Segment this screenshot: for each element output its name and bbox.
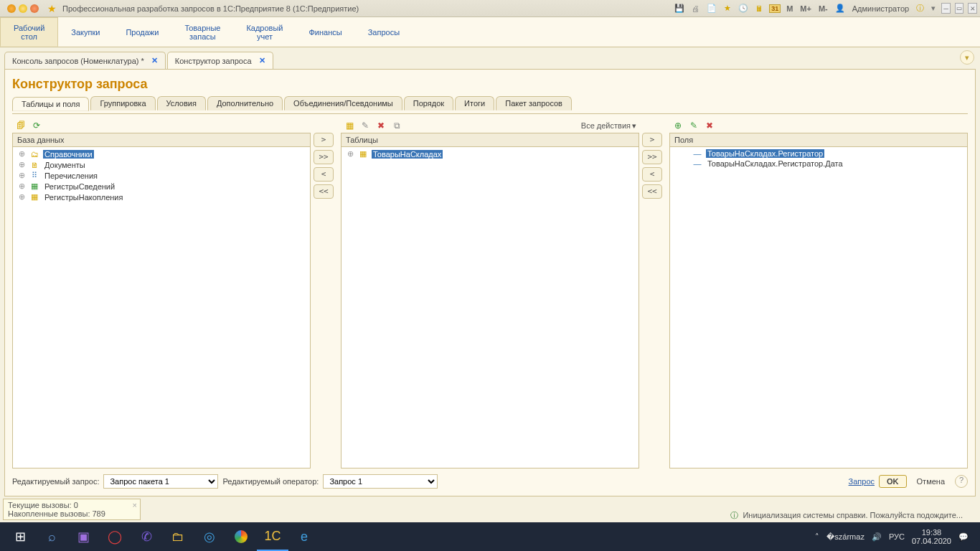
intab-order[interactable]: Порядок [404,96,453,110]
titlebar-icon[interactable]: 🖨 [690,4,701,13]
query-link[interactable]: Запрос [849,477,875,486]
move-all-right-button[interactable]: >> [314,150,334,164]
move-all-right-button[interactable]: >> [642,150,662,164]
panel-body[interactable]: ⊕🗂Справочники ⊕🗎Документы ⊕⠿Перечисления… [12,147,311,468]
intab-tables-fields[interactable]: Таблицы и поля [12,97,89,111]
nav-tab-purchases[interactable]: Закупки [58,17,113,47]
delete-icon[interactable]: ✖ [375,120,387,131]
nav-tab-sales[interactable]: Продажи [113,17,171,47]
ok-button[interactable]: OK [879,475,907,488]
tree-item-enums[interactable]: ⊕⠿Перечисления [13,170,310,181]
close-icon[interactable]: ✕ [259,56,265,65]
tray-sound-icon[interactable]: 🔊 [872,532,882,542]
taskbar-app[interactable]: 🗀 [162,522,194,551]
titlebar-icon[interactable]: 📄 [705,4,718,13]
edit-icon[interactable]: ✎ [359,120,371,131]
taskbar-app[interactable]: e [288,522,320,551]
start-button[interactable]: ⊞ [4,522,36,551]
taskbar-app[interactable]: ✆ [131,522,162,551]
refresh-icon[interactable]: ⟳ [31,120,42,131]
edit-icon[interactable]: ✎ [688,120,699,131]
table-item[interactable]: ⊕▦ТоварыНаСкладах [341,149,639,159]
system-icon-3[interactable] [30,4,39,13]
intab-totals[interactable]: Итоги [455,96,494,110]
nav-tab-finance[interactable]: Финансы [296,17,355,47]
field-item[interactable]: —ТоварыНаСкладах.Регистратор.Дата [670,159,967,169]
tray-time[interactable]: 19:38 [912,528,951,537]
info-icon[interactable]: ⓘ [915,3,925,14]
panel-header: Поля [669,133,968,147]
titlebar-icon[interactable]: ★ [722,4,732,13]
doctab-constructor[interactable]: Конструктор запроса ✕ [167,52,273,69]
calls-popup[interactable]: × Текущие вызовы: 0 Накопленные вызовы: … [3,499,141,520]
m-plus-button[interactable]: M+ [798,4,813,13]
intab-extra[interactable]: Дополнительно [207,96,283,110]
tree-item-documents[interactable]: ⊕🗎Документы [13,159,310,170]
titlebar-icon[interactable]: 🖩 [754,4,765,13]
nav-tab-desktop[interactable]: Рабочий стол [0,17,58,47]
system-icon-1[interactable] [7,4,16,13]
tray-lang[interactable]: РУС [889,532,905,541]
tray-date[interactable]: 07.04.2020 [912,537,951,545]
taskbar[interactable]: ⊞ ⌕ ▣ ◯ ✆ 🗀 ◎ 1C e ˄ �származ 🔊 РУС 19:3… [0,522,980,551]
taskbar-app[interactable]: ▣ [67,522,99,551]
move-left-button[interactable]: < [314,167,334,182]
calendar-icon[interactable]: 31 [769,4,781,13]
field-item[interactable]: —ТоварыНаСкладах.Регистратор [670,149,967,159]
doctab-console[interactable]: Консоль запросов (Номенклатура) * ✕ [4,52,166,69]
all-actions-dropdown[interactable]: Все действия ▾ [581,121,636,131]
select-query[interactable]: Запрос пакета 1 [103,474,218,489]
m-button[interactable]: M [785,4,794,13]
intab-unions[interactable]: Объединения/Псевдонимы [284,96,402,110]
intab-conditions[interactable]: Условия [157,96,206,110]
minimize-button[interactable]: — [941,3,951,14]
taskbar-app[interactable] [225,522,257,551]
info-icon: ⓘ [730,510,738,521]
nav-tab-stock[interactable]: Товарные запасы [171,17,233,47]
help-button[interactable]: ? [955,475,968,488]
tray-chevron-icon[interactable]: ˄ [815,532,819,542]
tree-item-catalogs[interactable]: ⊕🗂Справочники [13,149,310,159]
taskbar-app[interactable]: ◎ [194,522,225,551]
nav-tab-queries[interactable]: Запросы [355,17,413,47]
panel-body[interactable]: ⊕▦ТоварыНаСкладах [341,147,639,468]
cancel-button[interactable]: Отмена [911,476,951,487]
close-icon[interactable]: ✕ [151,56,158,65]
window-title: Профессиональная разработка запросов в 1… [61,4,673,13]
titlebar-icon[interactable]: 🕓 [737,4,750,13]
tray-notifications-icon[interactable]: 💬 [958,532,969,542]
favorite-icon[interactable]: ★ [43,3,61,14]
taskbar-app-1c[interactable]: 1C [257,522,288,551]
system-icon-2[interactable] [19,4,27,13]
intab-batch[interactable]: Пакет запросов [496,96,572,110]
intab-grouping[interactable]: Группировка [90,96,155,110]
maximize-button[interactable]: ▭ [955,3,964,14]
move-all-left-button[interactable]: << [314,184,334,199]
move-left-button[interactable]: < [642,167,662,182]
nav-tab-hr[interactable]: Кадровый учет [233,17,296,47]
delete-icon[interactable]: ✖ [704,120,715,131]
add-icon[interactable]: ⊕ [672,120,684,131]
taskbar-app[interactable]: ⌕ [36,522,67,551]
user-icon: 👤 [834,4,847,13]
close-icon[interactable]: × [133,501,137,509]
select-operator[interactable]: Запрос 1 [323,474,438,489]
move-right-button[interactable]: > [314,133,334,147]
user-name[interactable]: Администратор [851,4,910,13]
replace-icon[interactable]: ⧉ [391,120,402,131]
close-button[interactable]: ✕ [968,3,977,14]
taskbar-app[interactable]: ◯ [99,522,131,551]
tree-item-inforegisters[interactable]: ⊕▦РегистрыСведений [13,181,310,192]
panel-body[interactable]: —ТоварыНаСкладах.Регистратор —ТоварыНаСк… [669,147,968,468]
move-right-button[interactable]: > [642,133,662,147]
add-icon[interactable]: ▦ [344,120,355,131]
toolbar-icon[interactable]: 🗐 [15,120,27,131]
move-all-left-button[interactable]: << [642,184,662,199]
doctabs-dropdown[interactable]: ▾ [960,50,974,65]
tree-item-accumregisters[interactable]: ⊕▦РегистрыНакопления [13,192,310,202]
tray-wifi-icon[interactable]: �származ [826,532,864,542]
inner-tabstrip: Таблицы и поля Группировка Условия Допол… [12,96,968,110]
titlebar-icon[interactable]: 💾 [673,4,686,13]
doctab-label: Консоль запросов (Номенклатура) * [12,57,144,65]
m-minus-button[interactable]: M- [817,4,829,13]
